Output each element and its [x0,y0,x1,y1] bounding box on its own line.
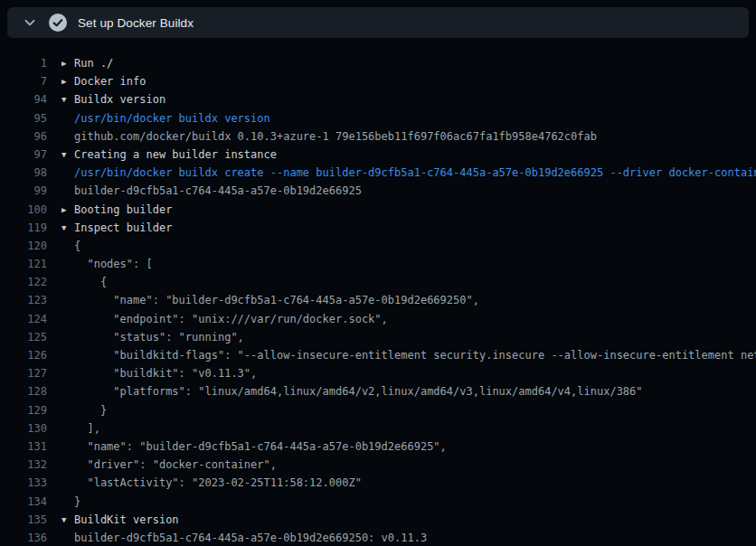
output-text: "driver": "docker-container", [74,458,277,471]
group-title: Buildx version [74,93,165,106]
line-number[interactable]: 94 [0,90,47,108]
triangle-down-icon[interactable]: ▼ [61,511,74,529]
triangle-right-icon[interactable]: ▶ [61,72,74,90]
triangle-down-icon[interactable]: ▼ [61,90,74,108]
line-content: ], [47,419,756,438]
log-line: 129 } [0,401,756,419]
output-text: "nodes": [ [74,258,153,270]
log-line: 130 ], [0,419,756,438]
log-group-line[interactable]: 7▶Docker info [0,72,756,90]
line-content: } [47,493,756,511]
log-group-line[interactable]: 94▼Buildx version [0,90,756,108]
line-content: } [47,401,756,419]
line-number[interactable]: 95 [0,109,47,127]
line-number[interactable]: 122 [0,273,47,291]
line-content: { [47,237,756,255]
line-content: "endpoint": "unix:///var/run/docker.sock… [47,310,756,328]
line-number[interactable]: 125 [0,328,47,346]
line-content: "platforms": "linux/amd64,linux/amd64/v2… [47,382,756,400]
output-text: "buildkit": "v0.11.3", [74,367,257,380]
line-content: builder-d9cfb5a1-c764-445a-a57e-0b19d2e6… [47,529,756,546]
log-line: 131 "name": "builder-d9cfb5a1-c764-445a-… [0,438,756,456]
line-content: "lastActivity": "2023-02-25T11:58:12.000… [47,474,756,492]
triangle-right-icon[interactable]: ▶ [61,201,74,219]
line-content: ▶Run ./ [47,54,756,72]
line-content: /usr/bin/docker buildx create --name bui… [47,164,756,182]
line-number[interactable]: 7 [0,72,47,90]
group-title: Inspect builder [74,221,172,234]
line-number[interactable]: 124 [0,310,47,328]
line-content: "status": "running", [47,328,756,346]
line-content: builder-d9cfb5a1-c764-445a-a57e-0b19d2e6… [47,182,756,200]
line-number[interactable]: 100 [0,201,47,219]
log-group-line[interactable]: 119▼Inspect builder [0,219,756,237]
line-content: "nodes": [ [47,255,756,273]
log-group-line[interactable]: 97▼Creating a new builder instance [0,146,756,164]
log-group-line[interactable]: 100▶Booting builder [0,201,756,219]
output-text: builder-d9cfb5a1-c764-445a-a57e-0b19d2e6… [74,532,427,544]
log-line: 99builder-d9cfb5a1-c764-445a-a57e-0b19d2… [0,182,756,200]
line-content: ▼Buildx version [47,90,756,108]
line-content: "buildkitd-flags": "--allow-insecure-ent… [47,346,756,364]
log-line: 134} [0,493,756,511]
line-number[interactable]: 98 [0,164,47,182]
line-content: /usr/bin/docker buildx version [47,109,756,127]
command-text: /usr/bin/docker buildx version [74,112,270,125]
output-text: { [74,240,80,252]
chevron-down-icon[interactable] [24,16,36,29]
log-line: 124 "endpoint": "unix:///var/run/docker.… [0,310,756,328]
line-content: { [47,273,756,291]
line-number[interactable]: 134 [0,493,47,511]
output-text: "platforms": "linux/amd64,linux/amd64/v2… [74,385,643,398]
line-content: "name": "builder-d9cfb5a1-c764-445a-a57e… [47,291,756,309]
line-number[interactable]: 127 [0,364,47,382]
output-text: "lastActivity": "2023-02-25T11:58:12.000… [74,476,362,489]
triangle-down-icon[interactable]: ▼ [61,146,74,164]
command-text: /usr/bin/docker buildx create --name bui… [74,166,756,179]
line-number[interactable]: 136 [0,529,47,546]
line-number[interactable]: 133 [0,474,47,492]
log-group-line[interactable]: 135▼BuildKit version [0,511,756,529]
output-text: github.com/docker/buildx 0.10.3+azure-1 … [74,130,597,143]
line-number[interactable]: 130 [0,419,47,438]
triangle-down-icon[interactable]: ▼ [61,219,74,237]
line-number[interactable]: 129 [0,401,47,419]
log-line: 126 "buildkitd-flags": "--allow-insecure… [0,346,756,364]
output-text: "status": "running", [74,331,244,344]
log-group-line[interactable]: 1▶Run ./ [0,54,756,72]
output-text: "name": "builder-d9cfb5a1-c764-445a-a57e… [74,294,479,306]
triangle-right-icon[interactable]: ▶ [61,54,74,72]
output-text: "buildkitd-flags": "--allow-insecure-ent… [74,349,756,362]
line-content: ▶Docker info [47,72,756,90]
log-line: 120{ [0,237,756,255]
line-number[interactable]: 128 [0,382,47,400]
line-number[interactable]: 126 [0,346,47,364]
line-number[interactable]: 135 [0,511,47,529]
log-line: 136builder-d9cfb5a1-c764-445a-a57e-0b19d… [0,529,756,546]
line-number[interactable]: 132 [0,456,47,474]
log-line: 132 "driver": "docker-container", [0,456,756,474]
output-text: builder-d9cfb5a1-c764-445a-a57e-0b19d2e6… [74,184,362,197]
line-number[interactable]: 1 [0,54,47,72]
line-number[interactable]: 97 [0,146,47,164]
step-header[interactable]: Set up Docker Buildx [7,7,749,38]
output-text: "name": "builder-d9cfb5a1-c764-445a-a57e… [74,440,447,453]
line-number[interactable]: 120 [0,237,47,255]
line-number[interactable]: 99 [0,182,47,200]
line-content: ▼Creating a new builder instance [47,146,756,164]
line-number[interactable]: 96 [0,127,47,146]
line-number[interactable]: 121 [0,255,47,273]
line-number[interactable]: 119 [0,219,47,237]
output-text: { [74,276,107,288]
output-text: } [74,495,80,508]
line-content: "name": "builder-d9cfb5a1-c764-445a-a57e… [47,438,756,456]
log-line: 98/usr/bin/docker buildx create --name b… [0,164,756,182]
log-line: 133 "lastActivity": "2023-02-25T11:58:12… [0,474,756,492]
line-number[interactable]: 131 [0,438,47,456]
line-number[interactable]: 123 [0,291,47,309]
log-line: 127 "buildkit": "v0.11.3", [0,364,756,382]
log-line: 95/usr/bin/docker buildx version [0,109,756,127]
log-line: 128 "platforms": "linux/amd64,linux/amd6… [0,382,756,400]
group-title: BuildKit version [74,513,179,526]
line-content: "buildkit": "v0.11.3", [47,364,756,382]
